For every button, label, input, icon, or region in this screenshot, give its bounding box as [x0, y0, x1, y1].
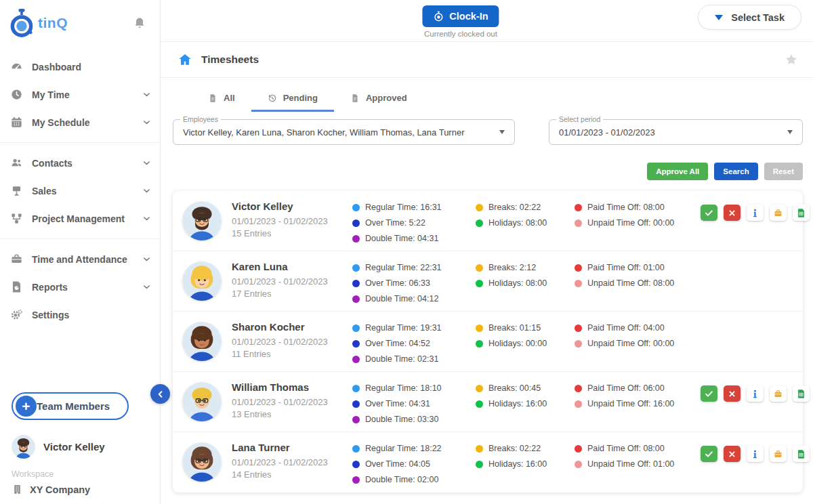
select-task-label: Select Task: [731, 12, 785, 23]
tab-all[interactable]: All: [192, 86, 251, 112]
home-icon[interactable]: [178, 52, 192, 67]
sidebar-item-my-schedule[interactable]: My Schedule: [0, 108, 160, 136]
current-user[interactable]: Victor Kelley: [0, 431, 160, 463]
sidebar-item-time-and-attendance[interactable]: Time and Attendance: [0, 245, 160, 273]
stat-group: Regular Time: 18:10Over Time: 04:31Doubl…: [352, 383, 476, 424]
stat-breaks: Breaks: 2:12: [476, 263, 575, 272]
bag-icon: [773, 208, 783, 218]
stat-pto: Paid Time Off: 04:00: [575, 323, 701, 333]
topbar: Clock-In Currently clocked out Select Ta…: [161, 0, 813, 42]
sidebar-collapse-button[interactable]: [150, 384, 170, 404]
regular-dot-icon: [352, 385, 360, 392]
upto-dot-icon: [575, 400, 582, 408]
team-members-button[interactable]: + Team Members: [12, 392, 129, 420]
sidebar-item-label: Reports: [32, 282, 68, 293]
search-button[interactable]: Search: [714, 163, 757, 180]
approve-all-button[interactable]: Approve All: [647, 163, 708, 180]
timeoff-action-button[interactable]: [770, 385, 787, 402]
sidebar-item-sales[interactable]: Sales: [0, 177, 160, 205]
check-icon: [704, 389, 714, 399]
info-action-button[interactable]: [747, 205, 764, 221]
excel-action-button[interactable]: [793, 385, 810, 402]
bag-icon: [773, 449, 783, 459]
pto-dot-icon: [575, 264, 582, 272]
employee-entries: 15 Entries: [232, 228, 352, 240]
stat-text: Over Time: 04:05: [365, 459, 430, 469]
avatar: [182, 322, 222, 361]
stat-text: Double Time: 03:30: [365, 415, 438, 424]
employee-name: Victor Kelley: [232, 200, 352, 213]
tab-approved[interactable]: Approved: [334, 86, 423, 112]
timeoff-action-button[interactable]: [770, 205, 787, 221]
stat-text: Unpaid Time Off: 00:00: [587, 339, 674, 348]
notifications-bell-icon[interactable]: [133, 16, 146, 30]
stat-group: Regular Time: 16:31Over Time: 5:22Double…: [352, 203, 476, 243]
sales-icon: [10, 184, 23, 197]
reject-action-button[interactable]: [724, 385, 741, 402]
stat-text: Paid Time Off: 04:00: [587, 323, 665, 333]
check-icon: [704, 449, 714, 459]
stat-regular: Regular Time: 18:10: [352, 383, 476, 393]
tab-label: Pending: [283, 93, 318, 103]
document-icon: [350, 93, 360, 103]
double-dot-icon: [352, 416, 360, 423]
sidebar-item-project-management[interactable]: Project Management: [0, 205, 160, 232]
employee-entries: 11 Entries: [232, 348, 352, 360]
reject-action-button[interactable]: [724, 446, 741, 462]
info-action-button[interactable]: [747, 385, 764, 402]
info-action-button[interactable]: [747, 446, 764, 462]
employee-name: Karen Luna: [232, 260, 352, 274]
stat-text: Over Time: 04:31: [365, 399, 430, 408]
excel-action-button[interactable]: [793, 446, 810, 462]
approve-action-button[interactable]: [701, 205, 717, 221]
stat-over: Over Time: 04:31: [352, 399, 476, 408]
stat-text: Holidays: 08:00: [488, 278, 547, 288]
approve-action-button[interactable]: [701, 446, 717, 462]
regular-dot-icon: [352, 204, 360, 211]
employee-period: 01/01/2023 - 01/02/2023: [232, 457, 352, 469]
bag-icon: [773, 389, 783, 399]
stat-group: Breaks: 02:22Holidays: 16:00: [476, 444, 575, 469]
favorite-star-icon[interactable]: [785, 53, 798, 66]
approve-action-button[interactable]: [701, 385, 717, 402]
contacts-icon: [10, 156, 23, 169]
stat-group: Regular Time: 22:31Over Time: 06:33Doubl…: [352, 263, 476, 303]
sidebar-item-settings[interactable]: Settings: [0, 301, 160, 329]
sidebar-nav: Dashboard My Time My Schedule Contacts S…: [0, 53, 160, 329]
stat-text: Unpaid Time Off: 08:00: [587, 278, 674, 288]
stat-group: Paid Time Off: 01:00Unpaid Time Off: 08:…: [575, 263, 701, 288]
sidebar-item-dashboard[interactable]: Dashboard: [0, 53, 160, 81]
employees-select[interactable]: Employees Victor Kelley, Karen Luna, Sha…: [173, 119, 515, 145]
workspace-item[interactable]: XY Company: [0, 480, 160, 499]
stat-regular: Regular Time: 18:22: [352, 444, 476, 453]
clock-in-label: Clock-In: [449, 11, 488, 22]
stat-pto: Paid Time Off: 08:00: [575, 203, 701, 212]
stat-upto: Unpaid Time Off: 01:00: [575, 459, 701, 469]
stat-text: Unpaid Time Off: 16:00: [587, 399, 674, 408]
sidebar-item-my-time[interactable]: My Time: [0, 81, 160, 108]
sidebar-item-label: My Schedule: [32, 117, 90, 128]
tab-pending[interactable]: Pending: [251, 86, 334, 112]
reject-action-button[interactable]: [724, 205, 741, 221]
select-task-button[interactable]: Select Task: [698, 5, 801, 30]
stat-text: Breaks: 02:22: [488, 444, 541, 453]
period-select[interactable]: Select period 01/01/2023 - 01/02/2023: [549, 119, 803, 145]
timeoff-action-button[interactable]: [770, 446, 787, 462]
clock-in-button[interactable]: Clock-In: [422, 5, 499, 27]
workspace-name: XY Company: [30, 484, 90, 495]
chevron-down-icon: [142, 282, 152, 292]
stat-regular: Regular Time: 16:31: [352, 203, 476, 212]
excel-action-button[interactable]: [793, 205, 810, 221]
period-select-value: 01/01/2023 - 01/02/2023: [559, 127, 782, 138]
sidebar-item-contacts[interactable]: Contacts: [0, 149, 160, 177]
check-icon: [704, 208, 714, 218]
sidebar-item-reports[interactable]: Reports: [0, 273, 160, 301]
stat-group: Breaks: 00:45Holidays: 16:00: [476, 383, 575, 408]
chevron-down-icon: [499, 130, 505, 134]
info-icon: [750, 389, 760, 399]
stat-text: Regular Time: 18:22: [365, 444, 442, 453]
settings-icon: [10, 308, 23, 321]
chevron-down-icon: [142, 213, 152, 224]
reset-button[interactable]: Reset: [764, 163, 803, 180]
employee-period: 01/01/2023 - 01/02/2023: [232, 215, 352, 228]
